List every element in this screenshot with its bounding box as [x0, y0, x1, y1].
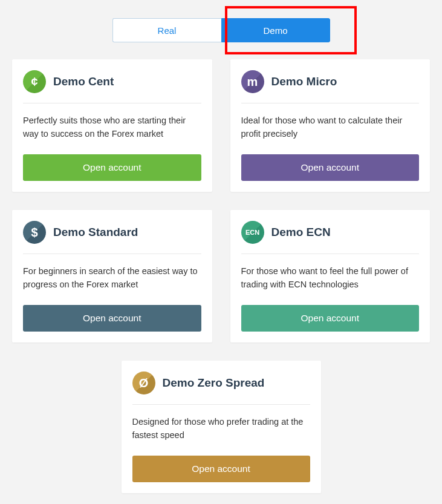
account-card-micro: m Demo Micro Ideal for those who want to…: [230, 59, 431, 192]
card-title: Demo Standard: [53, 226, 138, 239]
card-description: Designed for those who prefer trading at…: [132, 416, 310, 442]
card-title: Demo ECN: [271, 226, 331, 239]
account-card-ecn: ECN Demo ECN For those who want to feel …: [230, 210, 431, 342]
card-title: Demo Micro: [271, 75, 337, 88]
card-header: ¢ Demo Cent: [23, 70, 201, 103]
account-card-zero: Ø Demo Zero Spread Designed for those wh…: [122, 361, 321, 493]
micro-icon: m: [241, 70, 264, 93]
card-description: Perfectly suits those who are starting t…: [23, 114, 201, 141]
tab-real[interactable]: Real: [112, 18, 221, 42]
open-account-button-micro[interactable]: Open account: [241, 154, 420, 181]
cent-icon: ¢: [23, 70, 46, 93]
standard-icon: $: [23, 221, 46, 244]
account-row-single: Ø Demo Zero Spread Designed for those wh…: [12, 361, 430, 493]
open-account-button-ecn[interactable]: Open account: [241, 305, 420, 332]
card-header: ECN Demo ECN: [241, 221, 420, 254]
card-description: For those who want to feel the full powe…: [241, 265, 420, 292]
account-type-tabs: Real Demo: [12, 18, 430, 42]
card-header: Ø Demo Zero Spread: [132, 371, 310, 405]
zero-spread-icon: Ø: [132, 371, 155, 394]
account-card-cent: ¢ Demo Cent Perfectly suits those who ar…: [12, 59, 212, 192]
card-header: $ Demo Standard: [23, 221, 201, 254]
card-title: Demo Zero Spread: [163, 376, 265, 390]
card-description: Ideal for those who want to calculate th…: [241, 114, 420, 141]
card-header: m Demo Micro: [241, 70, 420, 103]
account-card-standard: $ Demo Standard For beginners in search …: [12, 210, 212, 342]
account-grid: ¢ Demo Cent Perfectly suits those who ar…: [12, 59, 430, 342]
card-description: For beginners in search of the easiest w…: [23, 265, 201, 292]
ecn-icon: ECN: [241, 221, 264, 244]
card-title: Demo Cent: [53, 75, 114, 88]
tab-demo[interactable]: Demo: [221, 18, 330, 42]
open-account-button-zero[interactable]: Open account: [132, 456, 310, 482]
open-account-button-standard[interactable]: Open account: [23, 305, 201, 332]
open-account-button-cent[interactable]: Open account: [23, 154, 201, 181]
